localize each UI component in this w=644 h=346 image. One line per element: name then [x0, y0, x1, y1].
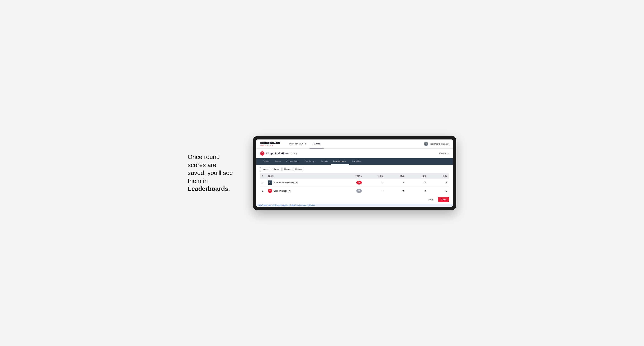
- tab-results[interactable]: Results: [318, 158, 331, 165]
- table-row: 1SUScoreboard University [A]-5F-4+5-6: [260, 178, 449, 187]
- url-bar: https://stage-blue-coach.stagesscoreboar…: [256, 204, 453, 207]
- desc-line3: saved, you'll see: [188, 169, 233, 176]
- leaderboard-table: # TEAM TOTAL THRU RD1 RD2 RD3 1SUScorebo…: [260, 173, 449, 195]
- tablet-frame: SCOREBOARD Powered by clippd TOURNAMENTS…: [253, 136, 456, 210]
- team-cell: CClippd College [A]: [266, 186, 340, 195]
- nav-tournaments[interactable]: TOURNAMENTS: [286, 140, 310, 149]
- filter-players-button[interactable]: Players: [271, 167, 281, 171]
- tournament-title-area: C Clippd Invitational (Men): [260, 151, 297, 156]
- tournament-icon: C: [260, 151, 264, 156]
- tab-leaderboards[interactable]: Leaderboards: [331, 158, 349, 165]
- page-wrapper: Once round scores are saved, you'll see …: [188, 136, 456, 210]
- tablet-screen: SCOREBOARD Powered by clippd TOURNAMENTS…: [256, 140, 453, 207]
- nav-teams[interactable]: TEAMS: [310, 140, 324, 149]
- filter-buttons: Teams Players Scores Strokes: [260, 167, 449, 171]
- desc-line1: Once round: [188, 154, 220, 160]
- tournament-category: (Men): [291, 152, 297, 155]
- tab-teams[interactable]: Teams: [272, 158, 284, 165]
- col-rd2: RD2: [406, 173, 428, 178]
- rd3-cell: -6: [428, 178, 449, 187]
- col-total: TOTAL: [340, 173, 364, 178]
- nav-right: S Test User | Sign out: [424, 142, 449, 146]
- rd2-cell: +5: [406, 178, 428, 187]
- team-cell: SUScoreboard University [A]: [266, 178, 340, 187]
- sign-out-link[interactable]: Sign out: [441, 143, 449, 145]
- tournament-cancel-button[interactable]: Cancel ✕: [439, 152, 449, 155]
- rd1-cell: -4: [385, 178, 406, 187]
- tab-course-setup[interactable]: Course Setup: [284, 158, 302, 165]
- left-description: Once round scores are saved, you'll see …: [188, 153, 242, 193]
- col-thru: THRU: [364, 173, 385, 178]
- tournament-header: C Clippd Invitational (Men) Cancel ✕: [260, 151, 449, 156]
- user-name: Test User |: [430, 143, 440, 145]
- rd2-cell: -8: [406, 186, 428, 195]
- content-area: C Clippd Invitational (Men) Cancel ✕ Det…: [256, 149, 453, 207]
- tab-tee-groups[interactable]: Tee Groups: [302, 158, 318, 165]
- tab-details[interactable]: Details: [260, 158, 272, 165]
- filter-teams-button[interactable]: Teams: [260, 167, 270, 171]
- filter-scores-button[interactable]: Scores: [282, 167, 292, 171]
- logo-area: SCOREBOARD Powered by clippd: [260, 142, 280, 146]
- tournament-name: Clippd Invitational: [266, 152, 289, 155]
- footer-actions: Cancel Save: [256, 195, 453, 204]
- tab-printables[interactable]: Printables: [349, 158, 364, 165]
- col-rank: #: [260, 173, 266, 178]
- desc-line5-bold: Leaderboards: [188, 185, 228, 192]
- team-name: Clippd College [A]: [274, 190, 290, 192]
- table-row: 2CClippd College [A]+3F+8-8+3: [260, 186, 449, 195]
- thru-cell: F: [364, 178, 385, 187]
- col-rd3: RD3: [428, 173, 449, 178]
- total-cell: +3: [340, 186, 364, 195]
- nav-links: TOURNAMENTS TEAMS: [286, 140, 424, 149]
- rd1-cell: +8: [385, 186, 406, 195]
- table-header-row: # TEAM TOTAL THRU RD1 RD2 RD3: [260, 173, 449, 178]
- thru-cell: F: [364, 186, 385, 195]
- rank-cell: 1: [260, 178, 266, 187]
- col-rd1: RD1: [385, 173, 406, 178]
- top-nav: SCOREBOARD Powered by clippd TOURNAMENTS…: [256, 140, 453, 149]
- total-cell: -5: [340, 178, 364, 187]
- logo-text: SCOREBOARD: [260, 142, 280, 145]
- desc-line5-end: .: [228, 185, 230, 192]
- rd3-cell: +3: [428, 186, 449, 195]
- desc-line2: scores are: [188, 162, 216, 169]
- desc-line4: them in: [188, 177, 208, 184]
- rank-cell: 2: [260, 186, 266, 195]
- team-name: Scoreboard University [A]: [274, 181, 298, 184]
- col-team: TEAM: [266, 173, 340, 178]
- footer-cancel-button[interactable]: Cancel: [424, 197, 436, 202]
- sub-nav: Details Teams Course Setup Tee Groups Re…: [256, 158, 453, 165]
- footer-save-button[interactable]: Save: [438, 197, 449, 202]
- user-avatar: S: [424, 142, 428, 146]
- filter-strokes-button[interactable]: Strokes: [293, 167, 304, 171]
- close-icon: ✕: [447, 152, 449, 155]
- logo-sub: Powered by clippd: [260, 145, 280, 146]
